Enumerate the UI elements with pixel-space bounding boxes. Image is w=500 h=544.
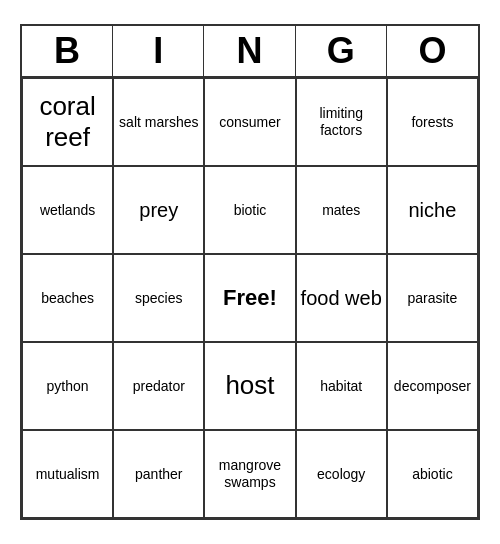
header-letter-b: B (22, 26, 113, 76)
bingo-cell-12: Free! (204, 254, 295, 342)
header-letter-i: I (113, 26, 204, 76)
bingo-cell-19: decomposer (387, 342, 478, 430)
bingo-cell-17: host (204, 342, 295, 430)
bingo-cell-21: panther (113, 430, 204, 518)
bingo-header: BINGO (22, 26, 478, 78)
bingo-cell-6: prey (113, 166, 204, 254)
bingo-cell-18: habitat (296, 342, 387, 430)
bingo-cell-4: forests (387, 78, 478, 166)
header-letter-n: N (204, 26, 295, 76)
bingo-cell-22: mangrove swamps (204, 430, 295, 518)
bingo-cell-8: mates (296, 166, 387, 254)
bingo-cell-2: consumer (204, 78, 295, 166)
header-letter-o: O (387, 26, 478, 76)
bingo-cell-9: niche (387, 166, 478, 254)
bingo-cell-11: species (113, 254, 204, 342)
bingo-cell-13: food web (296, 254, 387, 342)
bingo-cell-20: mutualism (22, 430, 113, 518)
bingo-cell-24: abiotic (387, 430, 478, 518)
header-letter-g: G (296, 26, 387, 76)
bingo-cell-0: coral reef (22, 78, 113, 166)
bingo-card: BINGO coral reefsalt marshesconsumerlimi… (20, 24, 480, 520)
bingo-grid: coral reefsalt marshesconsumerlimiting f… (22, 78, 478, 518)
bingo-cell-3: limiting factors (296, 78, 387, 166)
bingo-cell-7: biotic (204, 166, 295, 254)
bingo-cell-14: parasite (387, 254, 478, 342)
bingo-cell-1: salt marshes (113, 78, 204, 166)
bingo-cell-15: python (22, 342, 113, 430)
bingo-cell-16: predator (113, 342, 204, 430)
bingo-cell-5: wetlands (22, 166, 113, 254)
bingo-cell-10: beaches (22, 254, 113, 342)
bingo-cell-23: ecology (296, 430, 387, 518)
